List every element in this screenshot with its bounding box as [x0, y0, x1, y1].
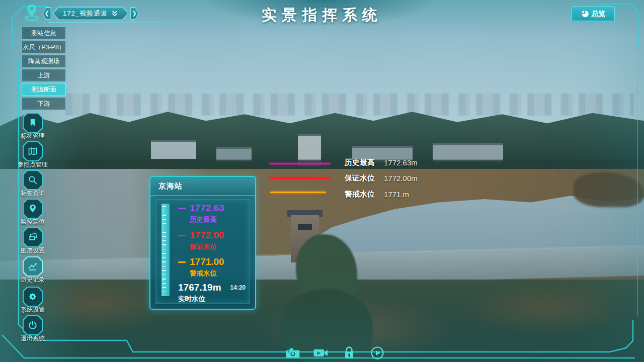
tool-tag-search[interactable] — [23, 170, 43, 190]
level-guarantee: 1772.00 保证水位 — [178, 230, 224, 251]
tool-system-settings[interactable] — [23, 287, 43, 307]
scene-building — [151, 140, 196, 159]
overlay-line-history-high — [269, 163, 331, 164]
nav-station-info[interactable]: 测站信息 — [22, 27, 66, 40]
tool-label: 历史记录 — [11, 276, 54, 284]
chevron-left-icon: ❮ — [43, 8, 51, 19]
overlay-label-guarantee: 保证水位 1772.00m — [345, 173, 418, 183]
tool-label: 系统设置 — [11, 306, 54, 314]
level-history-high: 1772.63 历史最高 — [178, 203, 224, 224]
tool-monitor-locate[interactable] — [23, 199, 43, 219]
location-marker-icon — [20, 3, 43, 24]
level-realtime: 1767.19m14:20 实时水位 — [178, 282, 246, 304]
video-channel-selector: ❮ 172_视频通道 ❯ — [42, 7, 139, 20]
overlay-label-history-high: 历史最高 1772.63m — [345, 158, 418, 167]
pie-chart-icon — [581, 10, 589, 18]
tool-tag-manage[interactable] — [23, 113, 43, 133]
tool-label: 标签管理 — [11, 132, 54, 140]
channel-next-button[interactable]: ❯ — [130, 7, 139, 20]
channel-select[interactable]: 172_视频通道 — [53, 7, 128, 20]
play-icon[interactable] — [369, 345, 385, 361]
search-icon — [28, 175, 38, 185]
scene-watchtower — [298, 224, 312, 230]
chevron-right-icon: ❯ — [131, 8, 138, 19]
tool-reference-points[interactable] — [23, 141, 43, 161]
tool-label: 退出系统 — [11, 334, 54, 343]
level-tick — [178, 261, 186, 263]
tool-label: 参照点管理 — [11, 160, 54, 169]
scene-city-skyline — [65, 94, 634, 116]
water-level-gauge — [162, 204, 170, 296]
station-panel-body: 1772.63 历史最高 1772.00 保证水位 1771.00 警戒水位 1… — [155, 199, 250, 304]
double-chevron-down-icon — [111, 10, 118, 17]
station-panel: 京海站 1772.63 历史最高 1772.00 保证水位 1771.00 警戒… — [149, 176, 256, 310]
level-warning: 1771.00 警戒水位 — [178, 256, 224, 278]
level-tick — [178, 235, 186, 236]
camera-icon[interactable] — [285, 345, 301, 361]
lock-icon[interactable] — [341, 345, 357, 361]
level-tick — [178, 208, 186, 209]
power-icon — [28, 320, 38, 330]
tool-layer-settings[interactable] — [23, 227, 43, 247]
tool-exit-system[interactable] — [23, 315, 43, 335]
layers-icon — [28, 232, 38, 242]
channel-value: 172_视频通道 — [63, 9, 108, 18]
nav-upstream[interactable]: 上游 — [22, 69, 66, 82]
tool-label: 图层设置 — [11, 246, 54, 255]
nav-downstream[interactable]: 下游 — [22, 97, 66, 110]
tool-label: 标签查询 — [11, 189, 54, 198]
bookmark-icon — [28, 118, 38, 128]
gear-icon — [28, 292, 38, 302]
nav-water-gauge[interactable]: 水尺（P3-P8） — [22, 41, 66, 54]
app-window: 实景指挥系统 ❮ 172_视频通道 ❯ — [0, 0, 644, 362]
tool-label: 监控定位 — [11, 218, 54, 226]
location-pin-icon — [28, 204, 38, 214]
overlay-line-warning — [270, 192, 326, 193]
overview-label: 总览 — [592, 10, 606, 19]
history-chart-icon — [28, 261, 38, 272]
nav-evaporation[interactable]: 降蒸观测场 — [22, 55, 66, 68]
bottom-toolbar — [285, 345, 385, 361]
station-panel-title: 京海站 — [150, 177, 255, 196]
tool-history-records[interactable] — [23, 256, 43, 277]
map-icon — [28, 146, 38, 156]
overview-button[interactable]: 总览 — [572, 7, 615, 21]
overlay-label-warning: 警戒水位 1771.m — [345, 190, 409, 199]
channel-prev-button[interactable]: ❮ — [42, 7, 51, 20]
nav-flow-section[interactable]: 测流断面 — [22, 83, 66, 96]
overlay-line-guarantee — [270, 177, 330, 179]
realtime-timestamp: 14:20 — [230, 284, 246, 291]
video-camera-icon[interactable] — [313, 345, 329, 361]
